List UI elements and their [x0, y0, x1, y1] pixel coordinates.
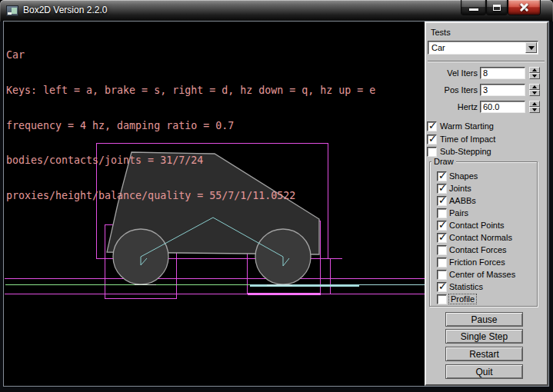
hertz-row: Hertz — [426, 101, 547, 113]
spinner-down-button[interactable] — [529, 73, 540, 79]
checkbox-label: Statistics — [449, 282, 483, 291]
pos-iters-row: Pos Iters — [426, 84, 547, 96]
checkbox-box[interactable] — [437, 208, 447, 218]
tests-label: Tests — [431, 28, 451, 37]
hertz-label: Hertz — [426, 102, 478, 111]
arrow-down-icon — [532, 75, 537, 78]
minimize-icon — [469, 8, 478, 11]
app-icon — [6, 5, 18, 16]
client-area: Car Keys: left = a, brake = s, right = d… — [4, 22, 548, 386]
simulation-canvas[interactable]: Car Keys: left = a, brake = s, right = d… — [4, 22, 425, 386]
draw-group-label: Draw — [431, 157, 456, 166]
control-panel: Tests Car Vel Iters Pos Iters — [425, 22, 548, 386]
spinner-up-button[interactable] — [529, 101, 540, 107]
arrow-down-icon — [532, 108, 537, 111]
keys-help-text: Keys: left = a, brake = s, right = d, hz… — [6, 85, 375, 96]
checkbox-label: Contact Normals — [449, 233, 512, 242]
pos-iters-label: Pos Iters — [426, 85, 478, 95]
checkbox-box[interactable] — [427, 135, 437, 145]
checkbox-label: Profile — [449, 294, 476, 304]
chevron-down-icon — [528, 46, 535, 50]
checkbox-box[interactable] — [437, 257, 447, 267]
hertz-stepper — [529, 101, 540, 113]
pause-button[interactable]: Pause — [445, 312, 523, 327]
spinner-down-button[interactable] — [529, 90, 540, 96]
close-button[interactable] — [508, 0, 541, 15]
checkbox-box[interactable] — [437, 270, 447, 280]
pos-iters-input[interactable] — [480, 84, 525, 96]
checkbox-label: Center of Masses — [449, 270, 515, 279]
checkbox-box[interactable] — [437, 294, 447, 304]
maximize-icon — [493, 5, 501, 11]
arrow-down-icon — [532, 91, 537, 95]
titlebar[interactable]: Box2D Version 2.2.0 — [0, 0, 553, 22]
close-icon — [519, 2, 529, 12]
checkbox-box[interactable] — [427, 147, 437, 157]
checkbox-label: AABBs — [449, 196, 476, 205]
ground-lines — [5, 285, 425, 286]
maximize-button[interactable] — [486, 0, 508, 15]
arrow-up-icon — [532, 85, 537, 88]
checkbox-label: Friction Forces — [449, 257, 505, 267]
vel-iters-stepper — [529, 67, 540, 79]
window-title: Box2D Version 2.2.0 — [23, 0, 107, 21]
frequency-text: frequency = 4 hz, damping ratio = 0.7 — [6, 120, 375, 131]
vel-iters-row: Vel Iters — [426, 67, 547, 79]
checkbox-box[interactable] — [437, 196, 447, 206]
checkbox-box[interactable] — [437, 233, 447, 243]
quit-button[interactable]: Quit — [445, 364, 523, 379]
checkbox-box[interactable] — [437, 184, 447, 194]
separator — [428, 61, 545, 62]
tests-dropdown[interactable]: Car — [428, 41, 538, 55]
checkbox-label: Contact Forces — [449, 245, 507, 254]
vel-iters-label: Vel Iters — [426, 68, 478, 78]
checkbox-label: Warm Starting — [440, 121, 494, 131]
bodies-stats-text: bodies/contacts/joints = 31/7/24 — [6, 154, 375, 166]
test-name-text: Car — [6, 49, 375, 61]
checkbox-label: Sub-Stepping — [440, 147, 491, 156]
spinner-up-button[interactable] — [529, 84, 540, 90]
checkbox-box[interactable] — [437, 245, 447, 255]
checkbox-box[interactable] — [437, 221, 447, 231]
arrow-up-icon — [532, 68, 537, 71]
checkbox-box[interactable] — [427, 121, 437, 131]
checkbox-label: Pairs — [449, 208, 468, 218]
vel-iters-input[interactable] — [480, 67, 525, 79]
single-step-button[interactable]: Single Step — [445, 329, 523, 344]
arrow-up-icon — [532, 102, 537, 105]
restart-button[interactable]: Restart — [445, 347, 523, 361]
checkbox-box[interactable] — [437, 282, 447, 292]
dropdown-arrow-button[interactable] — [525, 42, 537, 53]
spinner-up-button[interactable] — [529, 67, 540, 73]
app-window: Box2D Version 2.2.0 — [0, 0, 553, 392]
proxies-stats-text: proxies/height/balance/quality = 55/7/1/… — [6, 190, 375, 201]
pos-iters-stepper — [529, 84, 540, 96]
minimize-button[interactable] — [461, 0, 486, 15]
checkbox-label: Contact Points — [449, 221, 505, 230]
debug-text: Car Keys: left = a, brake = s, right = d… — [6, 26, 375, 224]
checkbox-box[interactable] — [437, 171, 447, 181]
checkbox-label: Joints — [449, 184, 471, 193]
hertz-input[interactable] — [480, 101, 525, 113]
checkbox-label: Time of Impact — [440, 135, 495, 144]
spinner-down-button[interactable] — [529, 107, 540, 113]
tests-dropdown-value: Car — [431, 42, 445, 54]
checkbox-label: Shapes — [449, 171, 478, 181]
